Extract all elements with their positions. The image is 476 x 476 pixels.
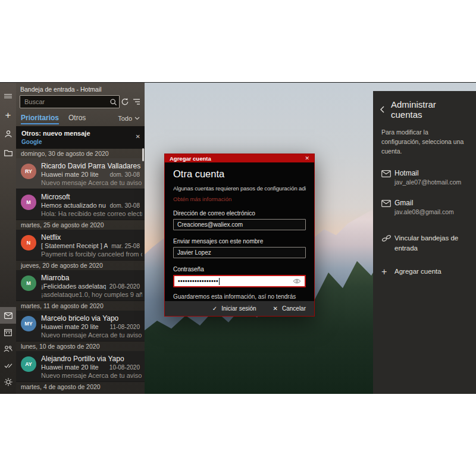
- cancel-button[interactable]: ✕ Cancelar: [273, 305, 306, 312]
- calendar-nav-button[interactable]: [0, 324, 16, 340]
- dialog-heading: Otra cuenta: [173, 168, 306, 180]
- text-caret: [219, 278, 220, 285]
- check-icon: ✓: [212, 305, 217, 312]
- password-label: Contraseña: [173, 266, 306, 273]
- email-preview: Hola: Ha recibido este correo electrónic…: [41, 210, 142, 218]
- date-separator: jueves, 20 de agosto de 2020: [16, 261, 145, 270]
- email-list-item[interactable]: MY Marcelo bricelo via Yapo Huawei mate …: [16, 311, 145, 342]
- folder-icon: [4, 150, 12, 156]
- email-subject: ¡Felicidades asdelataque1.0!: [41, 283, 106, 290]
- chevron-down-icon: [134, 117, 140, 120]
- avatar: M: [21, 275, 36, 291]
- email-list-item[interactable]: RY Ricardo David Parra Valladares via Y …: [16, 158, 145, 189]
- selection-mode-button[interactable]: [131, 95, 142, 108]
- sign-in-button[interactable]: ✓ Iniciar sesión: [212, 305, 256, 312]
- close-icon[interactable]: ✕: [305, 155, 309, 161]
- link-inboxes-label: Vincular bandejas de entrada: [394, 233, 464, 253]
- avatar: N: [21, 235, 36, 250]
- search-icon[interactable]: [107, 98, 119, 106]
- gear-icon: [4, 378, 12, 386]
- email-label: Dirección de correo electrónico: [173, 210, 306, 217]
- email-date: dom. 30-08: [109, 202, 142, 209]
- link-inboxes-item[interactable]: Vincular bandejas de entrada: [379, 233, 469, 253]
- add-account-label: Agregar cuenta: [394, 267, 464, 277]
- account-item-hotmail[interactable]: Hotmail jav_ale07@hotmail.com: [379, 169, 469, 186]
- mail-app-window: Administrar cuentas Para modificar la co…: [0, 82, 476, 394]
- menu-button[interactable]: [0, 87, 16, 104]
- sync-button[interactable]: [120, 95, 131, 108]
- account-item-gmail[interactable]: Gmail jav.ale08@gmail.com: [379, 199, 469, 215]
- email-list: domingo, 30 de agosto de 2020 RY Ricardo…: [16, 149, 145, 392]
- refresh-icon: [121, 98, 129, 106]
- filter-lines-icon: [132, 98, 140, 105]
- display-name-input[interactable]: [173, 247, 306, 258]
- email-list-item[interactable]: AY Alejandro Portillo via Yapo Huawei ma…: [16, 351, 145, 382]
- person-icon: [4, 130, 12, 138]
- plus-icon: +: [5, 110, 11, 120]
- email-preview: ¡asdelataque1.0, hoy cumples 9 años: [41, 291, 142, 299]
- email-subject: Hemos actualizado nuestros términos: [41, 202, 106, 209]
- email-sender: Microsoft: [41, 193, 142, 202]
- accounts-button[interactable]: [0, 126, 16, 142]
- filter-todo-dropdown[interactable]: Todo: [118, 115, 140, 124]
- date-separator: martes, 4 de agosto de 2020: [16, 382, 145, 392]
- mail-icon: [4, 312, 12, 319]
- email-date: 20-08-2020: [109, 283, 142, 290]
- navigation-sidebar: +: [0, 83, 16, 394]
- email-sender: Miarroba: [41, 274, 142, 283]
- account-email: jav.ale08@gmail.com: [394, 208, 454, 215]
- avatar: M: [21, 195, 36, 210]
- email-subject: [ Statement Receipt ] Alert: Update the: [41, 242, 108, 249]
- email-list-item[interactable]: M Miarroba ¡Felicidades asdelataque1.0!2…: [16, 270, 145, 301]
- notification-banner[interactable]: Otros: nuevo mensaje Google ✕: [16, 126, 145, 149]
- panel-subtitle: Para modificar la configuración, selecci…: [379, 128, 469, 156]
- email-list-item[interactable]: N Netflix [ Statement Receipt ] Alert: U…: [16, 230, 145, 261]
- email-date: 10-08-2020: [109, 364, 142, 371]
- settings-button[interactable]: [0, 374, 16, 390]
- manage-accounts-panel: Administrar cuentas Para modificar la co…: [373, 91, 476, 394]
- email-date: dom. 30-08: [109, 171, 142, 178]
- learn-more-link[interactable]: Obtén más información: [173, 196, 306, 202]
- date-separator: lunes, 10 de agosto de 2020: [16, 342, 145, 351]
- panel-title: Administrar cuentas: [391, 99, 469, 120]
- reveal-password-button[interactable]: [293, 278, 301, 284]
- plus-icon: +: [381, 268, 394, 276]
- search-input[interactable]: [20, 98, 107, 105]
- password-masked-value: •••••••••••••••••: [178, 278, 218, 284]
- folders-button[interactable]: [0, 145, 16, 161]
- password-input[interactable]: •••••••••••••••••: [173, 275, 306, 287]
- mail-icon: [381, 170, 394, 177]
- date-separator: martes, 25 de agosto de 2020: [16, 220, 145, 230]
- list-scrollbar-thumb[interactable]: [142, 148, 144, 161]
- new-mail-button[interactable]: +: [0, 107, 16, 123]
- back-button[interactable]: [379, 105, 385, 114]
- add-account-item[interactable]: + Agregar cuenta: [379, 267, 469, 277]
- double-check-icon: [4, 362, 12, 369]
- avatar: RY: [21, 164, 36, 179]
- email-list-item[interactable]: M Microsoft Hemos actualizado nuestros t…: [16, 189, 145, 220]
- hamburger-icon: [4, 93, 12, 99]
- mail-nav-button[interactable]: [0, 307, 16, 324]
- email-sender: Alejandro Portillo via Yapo: [41, 355, 142, 364]
- people-nav-button[interactable]: [0, 340, 16, 357]
- notification-source-link[interactable]: Google: [21, 139, 130, 145]
- dialog-description: Algunas cuentas requieren pasos de confi…: [173, 185, 306, 192]
- todo-nav-button[interactable]: [0, 357, 16, 374]
- email-input[interactable]: [173, 219, 306, 230]
- email-sender: Marcelo bricelo via Yapo: [41, 314, 142, 323]
- email-preview: Nuevo mensaje Acerca de tu aviso: [41, 372, 142, 380]
- account-name: Hotmail: [394, 169, 461, 177]
- email-date: mar. 25-08: [111, 243, 142, 249]
- tab-otros[interactable]: Otros: [68, 114, 86, 124]
- link-icon: [381, 234, 394, 242]
- account-name: Gmail: [394, 199, 454, 207]
- close-icon[interactable]: ✕: [136, 133, 140, 140]
- email-preview: Nuevo mensaje Acerca de tu aviso: [41, 331, 142, 340]
- tab-prioritarios[interactable]: Prioritarios: [21, 114, 59, 124]
- avatar: MY: [21, 316, 36, 331]
- search-box: [20, 95, 120, 108]
- x-icon: ✕: [273, 305, 278, 312]
- dialog-title: Agregar cuenta: [170, 155, 211, 162]
- email-subject: Huawei mate 20 lite: [41, 323, 107, 330]
- date-separator: domingo, 30 de agosto de 2020: [16, 149, 145, 158]
